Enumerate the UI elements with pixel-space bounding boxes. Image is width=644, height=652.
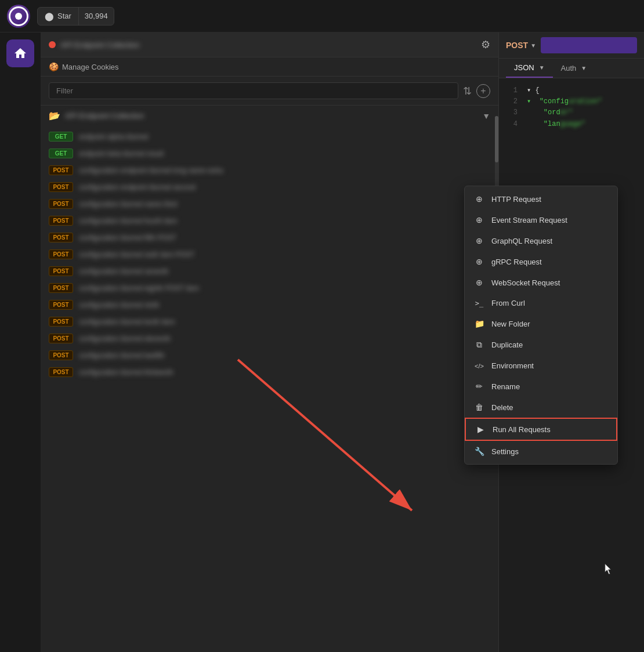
collection-folder-icon: 📂 <box>49 110 60 121</box>
menu-item-duplicate[interactable]: ⧉ Duplicate <box>465 334 617 356</box>
list-item[interactable]: POST configuration blurred eighth POST i… <box>41 280 498 296</box>
scroll-thumb[interactable] <box>495 116 498 162</box>
list-item[interactable]: POST configuration blurred twelfth <box>41 347 498 364</box>
url-bar[interactable] <box>541 37 637 53</box>
tab-auth[interactable]: Auth ▼ <box>553 59 595 78</box>
add-request-button[interactable]: + <box>476 84 490 98</box>
code-line: 4 "language" <box>506 119 637 130</box>
code-line: 2 ▾ "configuration" <box>506 96 637 107</box>
method-badge-post: POST <box>49 266 73 276</box>
star-button[interactable]: ⬤ Star 30,994 <box>37 7 114 26</box>
plus-circle-icon: ⊕ <box>474 236 484 245</box>
method-badge-post: POST <box>49 249 73 259</box>
menu-item-rename[interactable]: ✏ Rename <box>465 376 617 397</box>
folder-icon: 📁 <box>474 319 484 328</box>
method-badge-post: POST <box>49 317 73 327</box>
line-number: 3 <box>506 107 518 118</box>
play-icon: ▶ <box>475 425 486 434</box>
tabs-row: JSON ▼ Auth ▼ <box>499 59 644 78</box>
list-item[interactable]: POST configuration blurred fourth item <box>41 212 498 229</box>
method-badge-post: POST <box>49 233 73 242</box>
list-item[interactable]: POST configuration blurred fifth POST <box>41 229 498 246</box>
method-badge-get: GET <box>49 132 73 142</box>
list-item[interactable]: GET endpoint alpha blurred <box>41 128 498 145</box>
request-name: endpoint beta blurred result <box>79 150 490 158</box>
list-item[interactable]: POST configuration blurred seventh <box>41 263 498 280</box>
collection-header: 📂 API Endpoint Collection ▼ <box>41 106 498 126</box>
terminal-icon: >_ <box>474 299 484 307</box>
method-badge-post: POST <box>49 334 73 343</box>
menu-item-websocket[interactable]: ⊕ WebSocket Request <box>465 272 617 293</box>
method-badge-post: POST <box>49 182 73 192</box>
method-badge-get: GET <box>49 148 73 158</box>
request-name: configuration blurred name third <box>79 200 490 208</box>
plus-circle-icon: ⊕ <box>474 257 484 266</box>
method-badge-post: POST <box>49 216 73 226</box>
code-icon: </> <box>474 363 484 370</box>
menu-item-run-all-requests[interactable]: ▶ Run All Requests <box>465 418 617 441</box>
menu-item-new-folder[interactable]: 📁 New Folder <box>465 313 617 334</box>
star-label[interactable]: ⬤ Star <box>38 8 79 25</box>
menu-item-settings[interactable]: 🔧 Settings <box>465 441 617 462</box>
request-name: configuration blurred ninth <box>79 301 490 309</box>
request-name: configuration endpoint blurred second <box>79 183 490 191</box>
method-badge-post: POST <box>49 199 73 209</box>
menu-label-grpc: gRPC Request <box>491 258 542 266</box>
star-count: 30,994 <box>79 8 114 25</box>
menu-label-new-folder: New Folder <box>491 320 530 328</box>
record-indicator <box>49 41 56 48</box>
request-panel-header: API Endpoint Collection ⚙ <box>41 32 498 57</box>
menu-item-http-request[interactable]: ⊕ HTTP Request <box>465 189 617 209</box>
menu-label-run-all: Run All Requests <box>493 425 551 434</box>
menu-item-delete[interactable]: 🗑 Delete <box>465 397 617 418</box>
method-dropdown[interactable]: POST ▼ <box>506 41 536 50</box>
collection-title-row: 📂 API Endpoint Collection <box>49 110 144 121</box>
gear-icon[interactable]: ⚙ <box>481 38 490 51</box>
method-badge-post: POST <box>49 367 73 377</box>
list-item[interactable]: POST configuration blurred name third <box>41 195 498 212</box>
request-name: configuration blurred eleventh <box>79 335 490 343</box>
menu-item-graphql[interactable]: ⊕ GraphQL Request <box>465 230 617 251</box>
menu-item-from-curl[interactable]: >_ From Curl <box>465 293 617 313</box>
method-chevron-icon: ▼ <box>530 42 536 49</box>
request-name: configuration blurred seventh <box>79 267 490 276</box>
sort-arrows-icon[interactable]: ⇅ <box>463 85 472 97</box>
method-badge-post: POST <box>49 350 73 360</box>
github-icon: ⬤ <box>45 12 54 21</box>
collection-name-label: API Endpoint Collection <box>65 111 144 120</box>
tab-json[interactable]: JSON ▼ <box>506 59 553 78</box>
plus-circle-icon: ⊕ <box>474 278 484 287</box>
list-item[interactable]: POST configuration blurred ninth <box>41 296 498 313</box>
list-item[interactable]: POST configuration blurred sixth item PO… <box>41 246 498 263</box>
list-item[interactable]: POST configuration endpoint blurred seco… <box>41 179 498 195</box>
filter-input[interactable] <box>49 82 458 99</box>
list-item[interactable]: POST configuration blurred tenth item <box>41 313 498 330</box>
list-item[interactable]: POST configuration endpoint blurred long… <box>41 162 498 179</box>
sidebar-icon-column <box>0 32 41 652</box>
right-top-bar: POST ▼ <box>499 32 644 59</box>
request-name: configuration blurred thirteenth <box>79 368 490 376</box>
manage-cookies-label[interactable]: Manage Cookies <box>62 63 119 71</box>
list-item[interactable]: POST configuration blurred eleventh <box>41 330 498 347</box>
home-button[interactable] <box>6 39 34 67</box>
code-content: "language" <box>527 119 585 130</box>
menu-item-environment[interactable]: </> Environment <box>465 356 617 376</box>
tab-auth-label: Auth <box>561 64 577 73</box>
menu-item-grpc[interactable]: ⊕ gRPC Request <box>465 251 617 272</box>
request-name: configuration endpoint blurred long name… <box>79 166 490 175</box>
home-icon <box>13 46 27 60</box>
menu-label-websocket: WebSocket Request <box>491 278 560 287</box>
chevron-down-icon[interactable]: ▼ <box>482 111 490 121</box>
duplicate-icon: ⧉ <box>474 340 484 350</box>
request-name: endpoint alpha blurred <box>79 133 490 141</box>
method-badge-post: POST <box>49 165 73 175</box>
app-logo <box>7 5 30 28</box>
menu-item-event-stream[interactable]: ⊕ Event Stream Request <box>465 209 617 230</box>
plus-circle-icon: ⊕ <box>474 215 484 224</box>
list-item[interactable]: GET endpoint beta blurred result <box>41 145 498 162</box>
menu-label-environment: Environment <box>491 361 534 370</box>
list-item[interactable]: POST configuration blurred thirteenth <box>41 364 498 381</box>
method-badge-post: POST <box>49 283 73 293</box>
tab-json-label: JSON <box>514 63 534 72</box>
request-name: configuration blurred twelfth <box>79 352 490 360</box>
